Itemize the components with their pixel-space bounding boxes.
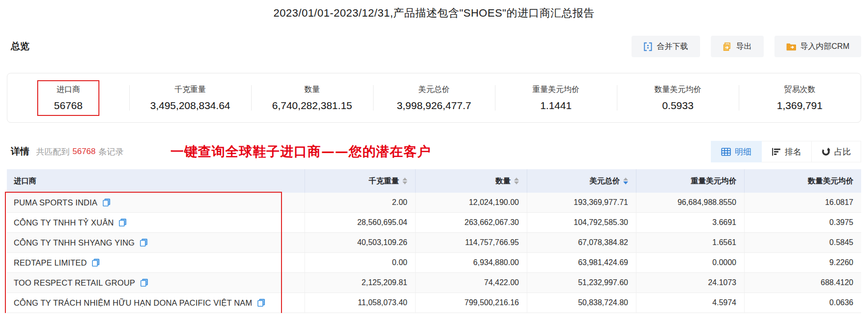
importer-name-link[interactable]: REDTAPE LIMITED [14, 258, 87, 268]
usd-total-cell: 104,792,585.30 [527, 213, 636, 232]
importer-name-link[interactable]: CÔNG TY TNHH SHYANG YING [14, 238, 135, 247]
stat-cell: 进口商 56768 [7, 73, 129, 122]
usd-per-kg-cell: 4.5974 [636, 293, 745, 313]
view-tab[interactable]: 明细 [711, 141, 762, 162]
table-header: 进口商 千克重量 数量 [7, 169, 861, 193]
match-prefix: 共匹配到 [36, 146, 70, 157]
importer-cell: PUMA SPORTS INDIA [7, 193, 305, 212]
stat-label: 贸易次数 [784, 85, 816, 95]
importer-name-link[interactable]: CÔNG TY TRÁCH NHIỆM HỮU HẠN DONA PACIFIC… [14, 298, 252, 308]
column-header[interactable]: 数量美元均价 [745, 169, 861, 193]
report-page: 2023/01/01-2023/12/31,产品描述包含"SHOES"的进口商汇… [0, 0, 868, 313]
detail-header-row: 详情 共匹配到 56768 条记录 一键查询全球鞋子进口商——您的潜在客户 明细… [7, 140, 861, 163]
usd-per-kg-cell: 24.1073 [636, 273, 745, 292]
stat-label: 千克重量 [175, 85, 206, 95]
table-row: PUMA SPORTS INDIA 2.00 12,024,190.00 193… [7, 193, 861, 213]
usd-per-kg-cell: 96,684,988.8550 [636, 193, 745, 212]
action-button-label: 导入内部CRM [800, 42, 849, 52]
overview-heading: 总览 [11, 40, 29, 53]
importer-name-link[interactable]: CÔNG TY TNHH TỶ XUÂN [14, 218, 114, 227]
page-title: 2023/01/01-2023/12/31,产品描述包含"SHOES"的进口商汇… [7, 6, 861, 21]
column-header-label: 数量 [495, 176, 511, 186]
detail-heading: 详情 [11, 145, 29, 158]
importer-name-link[interactable]: TOO RESPECT RETAIL GROUP [14, 278, 135, 288]
overview-toolbar: 总览 合并下载 导出 导入内部CRM [7, 35, 861, 58]
view-tab[interactable]: 排名 [762, 141, 812, 162]
quantity-cell: 114,757,766.95 [416, 233, 527, 252]
stat-label: 重量美元均价 [533, 85, 580, 95]
usd-per-kg-cell: 0.0000 [636, 253, 745, 272]
stat-value: 1,369,791 [777, 100, 822, 112]
merge-download-icon [643, 42, 653, 51]
stat-cell: 千克重量 3,495,208,834.64 [129, 73, 251, 122]
view-tab[interactable]: 占比 [812, 141, 861, 162]
usd-per-qty-cell: 688.4120 [745, 273, 861, 292]
quantity-cell: 263,662,067.30 [416, 213, 527, 232]
usd-per-qty-cell: 0.0636 [745, 293, 861, 313]
ranking-icon [772, 148, 781, 156]
table-view-icon [721, 148, 731, 156]
importer-cell: CÔNG TY TNHH SHYANG YING [7, 233, 305, 252]
usd-per-qty-cell: 9.2260 [745, 253, 861, 272]
sort-carets-icon[interactable] [623, 178, 628, 184]
importer-name-link[interactable]: PUMA SPORTS INDIA [14, 198, 97, 207]
marketing-annotation: 一键查询全球鞋子进口商——您的潜在客户 [170, 143, 431, 160]
column-header[interactable]: 数量 [416, 169, 527, 193]
view-tab-label: 明细 [735, 146, 751, 157]
table-row: TOO RESPECT RETAIL GROUP 2,125,209.81 74… [7, 273, 861, 293]
column-header[interactable]: 美元总价 [527, 169, 636, 193]
copy-icon[interactable] [102, 198, 111, 207]
stat-label: 数量美元均价 [655, 85, 702, 95]
copy-icon[interactable] [257, 298, 265, 307]
column-header-label: 进口商 [14, 176, 37, 186]
quantity-cell: 12,024,190.00 [416, 193, 527, 212]
column-header[interactable]: 进口商 [7, 169, 305, 193]
importers-table: 进口商 千克重量 数量 [7, 169, 861, 313]
action-button[interactable]: 导入内部CRM [774, 36, 861, 57]
import-crm-icon [786, 42, 796, 51]
stat-content: 数量 6,740,282,381.15 [269, 84, 355, 112]
table-row: REDTAPE LIMITED 0.00 6,934,880.00 63,981… [7, 253, 861, 273]
kg-weight-cell: 40,503,109.26 [305, 233, 416, 252]
sort-carets-icon[interactable] [514, 178, 519, 184]
stat-content: 数量美元均价 0.5933 [652, 84, 704, 112]
stat-cell: 贸易次数 1,369,791 [739, 73, 861, 122]
column-header-label: 美元总价 [589, 176, 620, 186]
action-button[interactable]: 导出 [711, 36, 764, 57]
importer-cell: CÔNG TY TNHH TỶ XUÂN [7, 213, 305, 232]
overview-stats-panel: 进口商 56768 千克重量 3,495,208,834.64 数量 6,740… [7, 73, 861, 123]
kg-weight-cell: 0.00 [305, 253, 416, 272]
pie-ratio-icon [821, 147, 830, 156]
usd-total-cell: 67,078,384.82 [527, 233, 636, 252]
stat-value: 0.5933 [662, 100, 693, 112]
importer-cell: CÔNG TY TRÁCH NHIỆM HỮU HẠN DONA PACIFIC… [7, 293, 305, 313]
kg-weight-cell: 2,125,209.81 [305, 273, 416, 292]
kg-weight-cell: 11,058,073.40 [305, 293, 416, 313]
stat-cell: 美元总价 3,998,926,477.7 [373, 73, 495, 122]
stat-label: 数量 [305, 85, 320, 95]
column-header[interactable]: 重量美元均价 [636, 169, 745, 193]
stat-label: 进口商 [57, 85, 80, 95]
usd-total-cell: 51,232,997.60 [527, 273, 636, 292]
sort-carets-icon[interactable] [402, 178, 407, 184]
stat-cell: 数量 6,740,282,381.15 [251, 73, 373, 122]
table-row: CÔNG TY TRÁCH NHIỆM HỮU HẠN DONA PACIFIC… [7, 293, 861, 313]
column-header[interactable]: 千克重量 [305, 169, 416, 193]
stat-cell: 重量美元均价 1.1441 [495, 73, 617, 122]
stat-value: 3,495,208,834.64 [150, 100, 231, 112]
copy-icon[interactable] [118, 218, 127, 227]
copy-icon[interactable] [140, 238, 148, 247]
copy-icon [102, 198, 111, 207]
export-icon [723, 42, 732, 51]
stat-value: 1.1441 [540, 100, 571, 112]
copy-icon [92, 258, 100, 267]
copy-icon [140, 278, 148, 287]
quantity-cell: 74,422.00 [416, 273, 527, 292]
copy-icon[interactable] [92, 258, 100, 267]
quantity-cell: 6,934,880.00 [416, 253, 527, 272]
usd-total-cell: 50,838,724.80 [527, 293, 636, 313]
action-button[interactable]: 合并下载 [632, 36, 700, 57]
copy-icon [257, 298, 265, 307]
copy-icon[interactable] [140, 278, 148, 287]
usd-per-kg-cell: 1.6561 [636, 233, 745, 252]
